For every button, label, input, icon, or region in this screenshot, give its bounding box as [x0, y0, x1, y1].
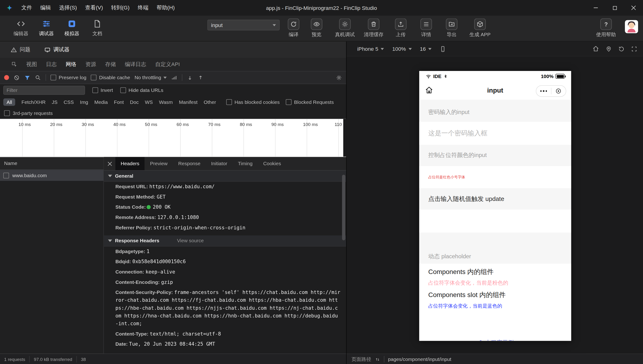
- help-button[interactable]: ? 使用帮助: [594, 18, 617, 38]
- fontsize-select[interactable]: 16: [420, 46, 432, 52]
- import-har-icon[interactable]: [187, 74, 193, 80]
- upload-button[interactable]: 上传: [391, 18, 410, 38]
- chip-media[interactable]: Media: [94, 99, 108, 105]
- request-row[interactable]: www.baidu.com: [0, 170, 104, 181]
- menu-edit[interactable]: 编辑: [36, 4, 55, 11]
- network-conditions-icon[interactable]: [171, 74, 178, 80]
- chip-doc[interactable]: Doc: [130, 99, 139, 105]
- refresh-icon[interactable]: [618, 46, 624, 52]
- settings-gear-icon[interactable]: [336, 74, 342, 80]
- clear-cache-button[interactable]: 清理缓存: [362, 18, 385, 38]
- menu-terminal[interactable]: 终端: [134, 4, 152, 11]
- tab-cookies[interactable]: Cookies: [258, 157, 286, 170]
- export-har-icon[interactable]: [198, 74, 204, 80]
- scrollbar-thumb[interactable]: [342, 174, 345, 240]
- home-icon[interactable]: [592, 46, 599, 52]
- third-party-checkbox[interactable]: 3rd-party requests: [0, 108, 346, 119]
- tab-network[interactable]: 网络: [66, 61, 76, 68]
- chip-ws[interactable]: WS: [145, 99, 153, 105]
- filter-input[interactable]: [3, 86, 85, 95]
- tab-view[interactable]: 视图: [26, 61, 37, 68]
- close-details-icon[interactable]: [104, 157, 116, 170]
- record-icon[interactable]: [4, 75, 9, 80]
- tab-custom-api[interactable]: 自定义API: [155, 61, 180, 68]
- menu-select[interactable]: 选择(S): [55, 4, 81, 11]
- miniprogram-sample-link[interactable]: 小程序示例: [419, 339, 571, 341]
- blue-placeholder-text[interactable]: 占位符字体会变化，当前是蓝色的: [428, 303, 562, 310]
- tab-debugger-panel[interactable]: 调试器: [44, 46, 69, 53]
- close-circle-icon[interactable]: [551, 86, 566, 96]
- preview-button[interactable]: 预览: [308, 18, 326, 38]
- chip-all[interactable]: All: [3, 98, 15, 106]
- filter-funnel-icon[interactable]: [24, 74, 30, 80]
- password-input[interactable]: 这是一个密码输入框: [419, 122, 571, 145]
- search-icon[interactable]: [35, 74, 41, 80]
- chip-img[interactable]: Img: [80, 99, 88, 105]
- debugger-button[interactable]: 调试器: [35, 18, 57, 37]
- inspect-icon[interactable]: [12, 62, 17, 67]
- generate-app-button[interactable]: 生成 APP: [467, 18, 493, 38]
- update-trigger-row[interactable]: 点击输入随机值触发 update: [419, 188, 571, 210]
- disable-cache-checkbox[interactable]: Disable cache: [91, 75, 130, 80]
- name-column-header[interactable]: Name: [0, 157, 104, 170]
- menu-goto[interactable]: 转到(G): [107, 4, 134, 11]
- editor-button[interactable]: 编辑器: [10, 18, 32, 37]
- device-select[interactable]: iPhone 5: [357, 46, 384, 52]
- export-button[interactable]: 导出: [442, 18, 462, 38]
- tab-storage[interactable]: 存储: [105, 61, 116, 68]
- empty-input[interactable]: [419, 210, 571, 233]
- tab-compile-log[interactable]: 编译日志: [125, 61, 146, 68]
- network-overview-timeline[interactable]: 10 ms 20 ms 30 ms 40 ms 50 ms 60 ms 70 m…: [0, 119, 346, 157]
- location-icon[interactable]: [606, 46, 612, 52]
- home-icon[interactable]: [425, 86, 433, 94]
- tab-response[interactable]: Response: [173, 157, 206, 170]
- blocked-requests-checkbox[interactable]: Blocked Requests: [286, 99, 334, 105]
- minimize-icon[interactable]: [586, 0, 605, 16]
- docs-button[interactable]: 文档: [86, 18, 108, 37]
- chip-css[interactable]: CSS: [64, 99, 74, 105]
- preserve-log-checkbox[interactable]: Preserve log: [51, 75, 86, 80]
- menu-file[interactable]: 文件: [17, 4, 36, 11]
- view-source-link[interactable]: View source: [177, 238, 204, 244]
- clear-icon[interactable]: [14, 74, 20, 80]
- tab-preview[interactable]: Preview: [145, 157, 173, 170]
- capture-icon[interactable]: [631, 46, 637, 52]
- tab-problems[interactable]: 问题: [11, 46, 30, 53]
- tab-log[interactable]: 日志: [46, 61, 57, 68]
- details-button[interactable]: 详情: [416, 18, 436, 38]
- invert-checkbox[interactable]: Invert: [92, 88, 113, 93]
- has-blocked-cookies-checkbox[interactable]: Has blocked cookies: [226, 99, 280, 105]
- response-headers-section-header[interactable]: Response Headers View source: [104, 236, 346, 246]
- device-frame-icon[interactable]: [440, 46, 446, 52]
- red-placeholder-input[interactable]: 占位符是红色小号字体: [419, 166, 571, 188]
- more-icon[interactable]: [536, 86, 551, 96]
- tab-resources[interactable]: 资源: [85, 61, 96, 68]
- tab-initiator[interactable]: Initiator: [206, 157, 233, 170]
- simulator-button[interactable]: 模拟器: [61, 18, 83, 37]
- sort-icon[interactable]: [375, 356, 380, 362]
- chip-manifest[interactable]: Manifest: [179, 99, 197, 105]
- tab-timing[interactable]: Timing: [233, 157, 258, 170]
- zoom-select[interactable]: 100%: [392, 46, 411, 52]
- tab-headers[interactable]: Headers: [115, 157, 145, 170]
- menu-view[interactable]: 查看(V): [81, 4, 107, 11]
- chip-fetch-xhr[interactable]: Fetch/XHR: [22, 99, 45, 105]
- compile-icon: [288, 18, 299, 30]
- chip-font[interactable]: Font: [114, 99, 124, 105]
- throttling-select[interactable]: No throttling: [135, 75, 167, 80]
- chip-other[interactable]: Other: [204, 99, 216, 105]
- chip-wasm[interactable]: Wasm: [159, 99, 173, 105]
- close-icon[interactable]: [624, 0, 643, 16]
- hide-data-urls-checkbox[interactable]: Hide data URLs: [120, 88, 163, 93]
- compile-button[interactable]: 编译: [284, 18, 303, 38]
- remote-debug-button[interactable]: 真机调试: [333, 18, 356, 38]
- chip-js[interactable]: JS: [52, 99, 57, 105]
- pink-placeholder-text[interactable]: 占位符字体会变化，当前是粉色的: [428, 279, 562, 286]
- menu-help[interactable]: 帮助(H): [152, 4, 179, 11]
- general-section-header[interactable]: General: [104, 170, 346, 182]
- maximize-icon[interactable]: [605, 0, 624, 16]
- compile-target-select[interactable]: input: [207, 20, 280, 30]
- request-checkbox[interactable]: [3, 172, 9, 178]
- user-avatar[interactable]: [625, 20, 638, 33]
- scrollbar[interactable]: [343, 119, 346, 157]
